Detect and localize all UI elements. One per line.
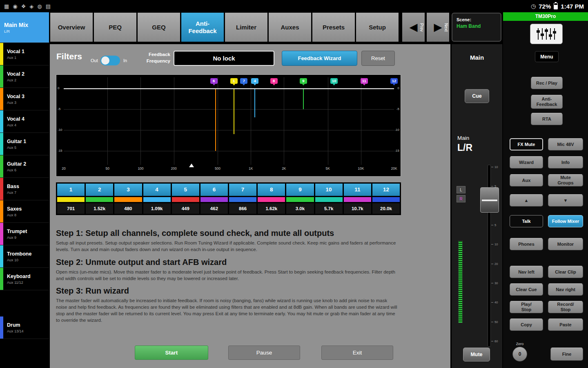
- sidebar-item-vocal-1[interactable]: Vocal 1Aux 1: [0, 43, 49, 65]
- down-arrow-button[interactable]: ▼: [548, 194, 583, 206]
- mute-groups-button[interactable]: Mute Groups: [548, 174, 583, 186]
- filter-marker-1[interactable]: 1: [230, 78, 238, 84]
- start-button[interactable]: Start: [135, 346, 208, 360]
- fader-knob[interactable]: [480, 187, 499, 213]
- up-arrow-button[interactable]: ▲: [510, 194, 543, 206]
- channel-name: Saxes: [7, 206, 22, 212]
- filter-color-bar: [372, 197, 400, 202]
- feedback-frequency-display: No lock: [174, 51, 274, 66]
- battery-icon: [554, 3, 558, 9]
- sidebar-item-vocal-3[interactable]: Vocal 3Aux 3: [0, 88, 49, 110]
- prev-arrow-icon: ◀: [410, 21, 418, 34]
- tab-setup[interactable]: Setup: [356, 12, 399, 42]
- talk-button[interactable]: Talk: [510, 215, 543, 227]
- tab-presets[interactable]: Presets: [312, 12, 356, 42]
- menu-button[interactable]: Menu: [535, 51, 559, 62]
- exit-button[interactable]: Exit: [321, 346, 393, 360]
- feedback-wizard-button[interactable]: Feedback Wizard: [282, 51, 357, 66]
- filter-marker-9[interactable]: 9: [300, 78, 307, 84]
- nav-left-button[interactable]: Nav left: [510, 266, 543, 278]
- rta-button[interactable]: RTA: [531, 113, 563, 125]
- wizard-button[interactable]: Wizard: [510, 156, 543, 168]
- filter-frequency-value: 10.7k: [344, 203, 371, 214]
- filter-number-header[interactable]: 1: [57, 184, 85, 196]
- filter-number-header[interactable]: 9: [286, 184, 314, 196]
- x-tick-label: 20K: [391, 166, 397, 171]
- sidebar-item-trumpet[interactable]: TrumpetAux 9: [0, 223, 49, 245]
- filter-number-header[interactable]: 6: [200, 184, 228, 196]
- sidebar-item-guitar-1[interactable]: Guitar 1Aux 5: [0, 133, 49, 155]
- tab-peq[interactable]: PEQ: [94, 12, 137, 42]
- filter-number-header[interactable]: 2: [86, 184, 113, 196]
- tab-overview[interactable]: Overview: [50, 12, 94, 42]
- filter-color-bar: [200, 197, 228, 202]
- sidebar-item-drum[interactable]: DrumAux 13/14: [0, 316, 49, 339]
- filter-marker-7[interactable]: 7: [240, 78, 247, 84]
- sidebar-item-keyboard[interactable]: KeyboardAux 11/12: [0, 268, 49, 290]
- channel-sub: L/R: [4, 29, 28, 34]
- sidebar-item-guitar-2[interactable]: Guitar 2Aux 6: [0, 155, 49, 178]
- clear-clip-button[interactable]: Clear Clip: [548, 266, 583, 278]
- filter-frequency-value: 1.62k: [258, 203, 285, 214]
- filter-frequency-value: 866: [229, 203, 256, 214]
- mute-button[interactable]: Mute: [463, 348, 490, 361]
- filter-number-header[interactable]: 5: [172, 184, 199, 196]
- sidebar-item-vocal-2[interactable]: Vocal 2Aux 2: [0, 65, 49, 88]
- x-tick-label: 1K: [249, 166, 253, 171]
- follow-mixer-button[interactable]: Follow Mixer: [548, 215, 583, 227]
- sidebar-item-vocal-4[interactable]: Vocal 4Aux 4: [0, 110, 49, 133]
- fine-button[interactable]: Fine: [550, 348, 583, 361]
- filter-number-header[interactable]: 3: [114, 184, 142, 196]
- tab-geq[interactable]: GEQ: [137, 12, 181, 42]
- anti-feedback-button[interactable]: Anti- Feedback: [531, 95, 563, 109]
- copy-button[interactable]: Copy: [510, 319, 543, 331]
- feedback-graph[interactable]: 20501002005001K2K5K10K20K00-5-5-10-10-15…: [56, 74, 401, 177]
- filters-in-out-toggle[interactable]: [100, 56, 120, 65]
- fx-mute-button[interactable]: FX Mute: [510, 138, 543, 150]
- monitor-button[interactable]: Monitor: [548, 238, 583, 250]
- tab-auxes[interactable]: Auxes: [268, 12, 312, 42]
- filter-number-header[interactable]: 11: [344, 184, 371, 196]
- tab-anti-feedback[interactable]: Anti- Feedback: [181, 12, 225, 42]
- filter-marker-4[interactable]: 4: [251, 78, 258, 84]
- zero-knob-button[interactable]: 0: [512, 347, 527, 361]
- filter-marker-10[interactable]: 10: [330, 78, 338, 84]
- sidebar-item-main-mix[interactable]: Main MixL/R: [0, 12, 49, 43]
- filter-number-header[interactable]: 12: [372, 184, 400, 196]
- nav-right-button[interactable]: Nav right: [548, 283, 583, 296]
- cue-button[interactable]: Cue: [465, 89, 489, 103]
- prev-tab-button[interactable]: ◀ Prev: [402, 12, 425, 42]
- filter-number-header[interactable]: 8: [258, 184, 285, 196]
- record-stop-button[interactable]: Record/ Stop: [548, 301, 583, 313]
- filter-marker-6[interactable]: 6: [210, 78, 218, 84]
- play-stop-button[interactable]: Play/ Stop: [510, 301, 543, 313]
- scene-display[interactable]: Scene: Ham Band: [452, 13, 501, 42]
- channel-name: Trombone: [7, 251, 31, 257]
- pause-button[interactable]: Pause: [228, 346, 300, 360]
- filter-number-header[interactable]: 4: [143, 184, 171, 196]
- filter-marker-8[interactable]: 8: [270, 78, 278, 84]
- filter-marker-11[interactable]: 11: [361, 78, 368, 84]
- step-1-body: Setup all input presets. Setup output sp…: [56, 240, 398, 253]
- filter-marker-12[interactable]: 12: [390, 78, 398, 84]
- sidebar-item-saxes[interactable]: SaxesAux 8: [0, 200, 49, 223]
- filter-marker-pointer: [392, 83, 396, 85]
- clear-cue-button[interactable]: Clear Cue: [510, 283, 543, 296]
- rec-play-button[interactable]: Rec / Play: [531, 77, 563, 89]
- filter-number-header[interactable]: 7: [229, 184, 256, 196]
- mixer-faders-icon[interactable]: [530, 24, 563, 44]
- reset-button[interactable]: Reset: [361, 51, 395, 66]
- sidebar-item-trombone[interactable]: TromboneAux 10: [0, 245, 49, 268]
- info-button[interactable]: Info: [548, 156, 583, 168]
- paste-button[interactable]: Paste: [548, 319, 583, 331]
- filter-number-header[interactable]: 10: [315, 184, 343, 196]
- aux-button[interactable]: Aux: [510, 174, 543, 186]
- filter-frequency-value: 3.0k: [286, 203, 314, 214]
- channel-color-strip: [0, 245, 3, 267]
- tab-limiter[interactable]: Limiter: [225, 12, 268, 42]
- filter-color-bar: [57, 197, 85, 202]
- next-tab-button[interactable]: ▶ Next: [426, 12, 450, 42]
- sidebar-item-bass[interactable]: BassAux 7: [0, 178, 49, 200]
- phones-button[interactable]: Phones: [510, 238, 543, 250]
- mic-48v-button[interactable]: Mic 48V: [548, 138, 583, 150]
